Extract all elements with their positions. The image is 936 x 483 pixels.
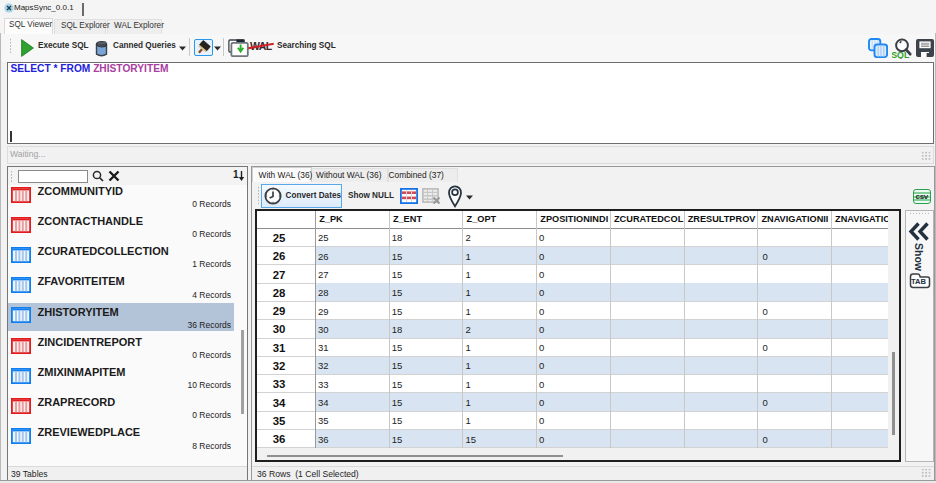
svg-text:SQL: SQL: [892, 50, 910, 59]
